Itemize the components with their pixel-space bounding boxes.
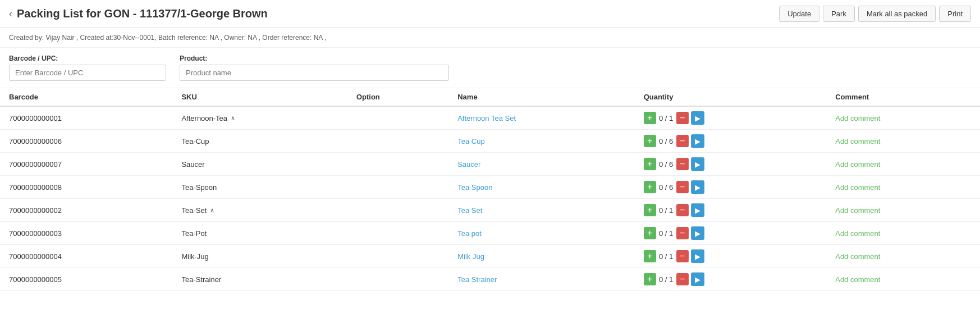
table-row: 7000000000001Afternoon-Tea ∧Afternoon Te… bbox=[0, 106, 980, 130]
col-sku: SKU bbox=[172, 88, 347, 106]
add-comment-link[interactable]: Add comment bbox=[835, 137, 880, 146]
qty-display: 0 / 6 bbox=[658, 137, 674, 146]
meta-bar: Created by: Vijay Nair , Created at:30-N… bbox=[0, 28, 980, 48]
qty-minus-button[interactable]: − bbox=[676, 204, 689, 216]
qty-minus-button[interactable]: − bbox=[676, 227, 689, 239]
qty-plus-button[interactable]: + bbox=[644, 135, 656, 147]
qty-minus-button[interactable]: − bbox=[676, 273, 689, 285]
add-comment-link[interactable]: Add comment bbox=[835, 275, 880, 284]
cell-name[interactable]: Afternoon Tea Set bbox=[448, 106, 634, 130]
qty-minus-button[interactable]: − bbox=[676, 181, 689, 193]
qty-minus-button[interactable]: − bbox=[676, 250, 689, 262]
nav-button[interactable]: ▶ bbox=[691, 272, 704, 286]
qty-plus-button[interactable]: + bbox=[644, 181, 656, 193]
product-filter-group: Product: bbox=[180, 54, 449, 81]
nav-button[interactable]: ▶ bbox=[691, 111, 704, 125]
qty-plus-button[interactable]: + bbox=[644, 250, 656, 262]
product-name-link[interactable]: Tea Strainer bbox=[457, 275, 497, 284]
cell-barcode: 7000000000003 bbox=[0, 222, 172, 245]
collapse-icon[interactable]: ∧ bbox=[210, 207, 214, 214]
back-icon[interactable]: ‹ bbox=[9, 8, 12, 20]
cell-name[interactable]: Saucer bbox=[448, 153, 634, 176]
header-buttons: Update Park Mark all as packed Print bbox=[779, 6, 971, 22]
barcode-input[interactable] bbox=[9, 65, 166, 81]
cell-option bbox=[347, 245, 448, 268]
cell-comment[interactable]: Add comment bbox=[826, 130, 980, 153]
collapse-icon[interactable]: ∧ bbox=[231, 115, 235, 122]
nav-button[interactable]: ▶ bbox=[691, 249, 704, 263]
nav-button[interactable]: ▶ bbox=[691, 180, 704, 194]
cell-barcode: 7000000000004 bbox=[0, 245, 172, 268]
qty-display: 0 / 6 bbox=[658, 183, 674, 192]
nav-button[interactable]: ▶ bbox=[691, 226, 704, 240]
filter-row: Barcode / UPC: Product: bbox=[0, 48, 980, 88]
cell-quantity: +0 / 1−▶ bbox=[635, 268, 827, 291]
qty-plus-button[interactable]: + bbox=[644, 112, 656, 124]
cell-sku: Milk-Jug bbox=[172, 245, 347, 268]
product-name-link[interactable]: Afternoon Tea Set bbox=[457, 114, 516, 122]
qty-plus-button[interactable]: + bbox=[644, 158, 656, 170]
update-button[interactable]: Update bbox=[779, 6, 819, 22]
park-button[interactable]: Park bbox=[823, 6, 855, 22]
product-name-link[interactable]: Milk Jug bbox=[457, 252, 484, 261]
cell-name[interactable]: Tea Spoon bbox=[448, 176, 634, 199]
cell-sku: Tea-Spoon bbox=[172, 176, 347, 199]
cell-sku: Tea-Strainer bbox=[172, 268, 347, 291]
barcode-label: Barcode / UPC: bbox=[9, 54, 166, 62]
meta-text: Created by: Vijay Nair , Created at:30-N… bbox=[9, 34, 326, 42]
cell-comment[interactable]: Add comment bbox=[826, 153, 980, 176]
add-comment-link[interactable]: Add comment bbox=[835, 160, 880, 169]
col-comment: Comment bbox=[826, 88, 980, 106]
cell-comment[interactable]: Add comment bbox=[826, 199, 980, 222]
add-comment-link[interactable]: Add comment bbox=[835, 183, 880, 192]
mark-all-packed-button[interactable]: Mark all as packed bbox=[858, 6, 936, 22]
cell-option bbox=[347, 222, 448, 245]
cell-comment[interactable]: Add comment bbox=[826, 245, 980, 268]
qty-minus-button[interactable]: − bbox=[676, 135, 689, 147]
table-row: 7000000000004Milk-JugMilk Jug+0 / 1−▶Add… bbox=[0, 245, 980, 268]
product-name-link[interactable]: Tea pot bbox=[457, 229, 482, 238]
qty-plus-button[interactable]: + bbox=[644, 204, 656, 216]
product-input[interactable] bbox=[180, 65, 449, 81]
cell-option bbox=[347, 130, 448, 153]
qty-display: 0 / 1 bbox=[658, 275, 674, 284]
add-comment-link[interactable]: Add comment bbox=[835, 252, 880, 261]
table-row: 7000000000008Tea-SpoonTea Spoon+0 / 6−▶A… bbox=[0, 176, 980, 199]
table-header-row: Barcode SKU Option Name Quantity Comment bbox=[0, 88, 980, 106]
cell-name[interactable]: Tea Set bbox=[448, 199, 634, 222]
cell-comment[interactable]: Add comment bbox=[826, 268, 980, 291]
add-comment-link[interactable]: Add comment bbox=[835, 206, 880, 215]
cell-comment[interactable]: Add comment bbox=[826, 222, 980, 245]
cell-comment[interactable]: Add comment bbox=[826, 106, 980, 130]
cell-quantity: +0 / 6−▶ bbox=[635, 130, 827, 153]
table-row: 7000000000007SaucerSaucer+0 / 6−▶Add com… bbox=[0, 153, 980, 176]
nav-button[interactable]: ▶ bbox=[691, 134, 704, 148]
cell-comment[interactable]: Add comment bbox=[826, 176, 980, 199]
product-name-link[interactable]: Saucer bbox=[457, 160, 480, 169]
cell-name[interactable]: Tea Cup bbox=[448, 130, 634, 153]
print-button[interactable]: Print bbox=[939, 6, 971, 22]
cell-quantity: +0 / 1−▶ bbox=[635, 199, 827, 222]
qty-display: 0 / 1 bbox=[658, 229, 674, 238]
product-name-link[interactable]: Tea Cup bbox=[457, 137, 484, 146]
product-label: Product: bbox=[180, 54, 449, 62]
cell-sku: Afternoon-Tea ∧ bbox=[172, 106, 347, 130]
cell-barcode: 7000000000002 bbox=[0, 199, 172, 222]
qty-plus-button[interactable]: + bbox=[644, 227, 656, 239]
cell-name[interactable]: Tea Strainer bbox=[448, 268, 634, 291]
nav-button[interactable]: ▶ bbox=[691, 157, 704, 171]
add-comment-link[interactable]: Add comment bbox=[835, 114, 880, 122]
cell-name[interactable]: Milk Jug bbox=[448, 245, 634, 268]
qty-plus-button[interactable]: + bbox=[644, 273, 656, 285]
cell-sku: Saucer bbox=[172, 153, 347, 176]
nav-button[interactable]: ▶ bbox=[691, 203, 704, 217]
qty-display: 0 / 6 bbox=[658, 160, 674, 169]
barcode-filter-group: Barcode / UPC: bbox=[9, 54, 166, 81]
qty-minus-button[interactable]: − bbox=[676, 112, 689, 124]
add-comment-link[interactable]: Add comment bbox=[835, 229, 880, 238]
cell-barcode: 7000000000001 bbox=[0, 106, 172, 130]
qty-minus-button[interactable]: − bbox=[676, 158, 689, 170]
product-name-link[interactable]: Tea Spoon bbox=[457, 183, 492, 192]
product-name-link[interactable]: Tea Set bbox=[457, 206, 482, 215]
cell-name[interactable]: Tea pot bbox=[448, 222, 634, 245]
